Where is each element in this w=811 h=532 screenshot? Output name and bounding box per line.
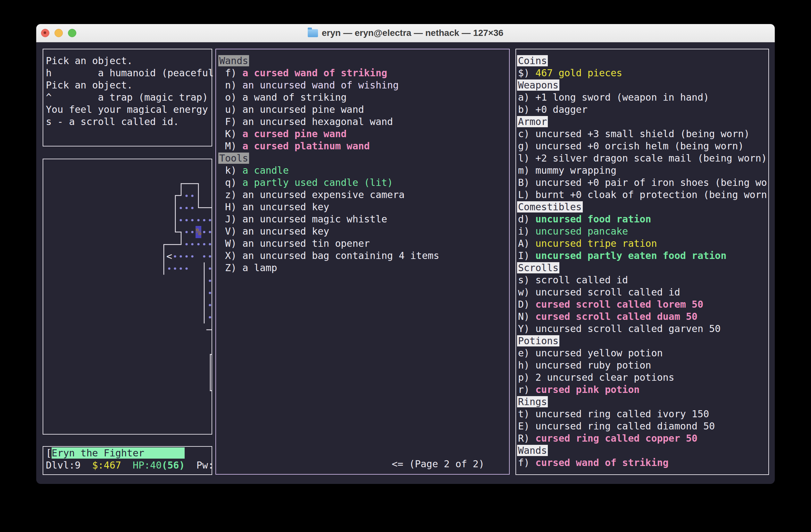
item-key: D) <box>518 299 535 310</box>
item-label: a cursed platinum wand <box>242 140 370 152</box>
floor-dot <box>174 255 176 257</box>
inventory-item[interactable]: m) mummy wrapping <box>518 165 768 176</box>
section-title: Scrolls <box>517 262 560 273</box>
item-key: N) <box>518 311 535 322</box>
item-label: cursed ring called copper 50 <box>535 433 698 444</box>
inventory-item[interactable]: L) burnt +0 cloak of protection (being w… <box>518 189 768 201</box>
menu-item[interactable]: q) a partly used candle (lit) <box>219 176 509 189</box>
stairs-up-glyph[interactable]: < <box>166 251 172 262</box>
gold-amount: $:467 <box>92 459 121 471</box>
dungeon-map[interactable]: %< <box>43 159 212 434</box>
item-label: 467 gold pieces <box>535 67 622 79</box>
menu-item[interactable]: J) an uncursed magic whistle <box>219 213 509 225</box>
floor-dot <box>203 243 205 245</box>
menu-item[interactable]: f) a cursed wand of striking <box>219 67 509 79</box>
titlebar[interactable]: eryn — eryn@electra — nethack — 127×36 <box>36 24 775 42</box>
inventory-item[interactable]: d) uncursed food ration <box>518 213 768 225</box>
floor-dot <box>168 267 170 269</box>
floor-dot <box>180 255 182 257</box>
item-label: a cursed pine wand <box>242 128 347 139</box>
minimize-button[interactable] <box>55 29 63 37</box>
inventory-item[interactable]: h) uncursed ruby potion <box>518 359 768 372</box>
inventory-item[interactable]: r) cursed pink potion <box>518 384 768 396</box>
window-title: eryn — eryn@electra — nethack — 127×36 <box>308 28 504 38</box>
section-title: Rings <box>517 396 548 407</box>
floor-dot <box>209 280 211 282</box>
inventory-item[interactable]: I) uncursed partly eaten food ration <box>518 250 768 262</box>
message-line: You feel your magical energy <box>46 104 212 116</box>
inventory-item[interactable]: $) 467 gold pieces <box>518 67 768 79</box>
menu-item[interactable]: k) a candle <box>219 165 509 176</box>
item-key: h) <box>518 360 535 371</box>
menu-item[interactable]: o) a wand of striking <box>219 91 509 104</box>
inventory-item[interactable]: Y) uncursed scroll called garven 50 <box>518 323 768 335</box>
menu-item[interactable]: u) an uncursed pine wand <box>219 104 509 116</box>
floor-dot <box>191 231 193 233</box>
menu-item[interactable]: F) an uncursed hexagonal wand <box>219 116 509 128</box>
inventory-item[interactable]: R) cursed ring called copper 50 <box>518 432 768 444</box>
inventory-panel: Coins $) 467 gold pieces Weapons a) +1 l… <box>516 49 769 475</box>
item-pile-glyph[interactable]: % <box>196 226 201 237</box>
zoom-button[interactable] <box>68 29 76 37</box>
inventory-item[interactable]: t) uncursed ring called ivory 150 <box>518 408 768 420</box>
menu-item[interactable]: K) a cursed pine wand <box>219 128 509 140</box>
hit-points-max: (56) <box>162 459 185 471</box>
menu-item[interactable]: W) an uncursed tin opener <box>219 237 509 250</box>
inventory-item[interactable]: g) uncursed +0 orcish helm (being worn) <box>518 140 768 152</box>
menu-item[interactable]: z) an uncursed expensive camera <box>219 189 509 201</box>
inventory-item[interactable]: b) +0 dagger <box>518 104 768 116</box>
item-key: F) <box>219 116 242 127</box>
inventory-item[interactable]: E) uncursed ring called diamond 50 <box>518 420 768 432</box>
item-key: f) <box>518 457 535 468</box>
inventory-item[interactable]: B) uncursed +0 pair of iron shoes (being… <box>518 176 768 189</box>
menu-item[interactable]: Z) a lamp <box>219 262 509 274</box>
item-key: s) <box>518 274 535 285</box>
inventory-item[interactable]: s) scroll called id <box>518 274 768 286</box>
item-label: +0 dagger <box>535 104 587 115</box>
floor-dot <box>185 255 187 257</box>
inventory-item[interactable]: a) +1 long sword (weapon in hand) <box>518 91 768 104</box>
close-button[interactable] <box>41 29 49 37</box>
floor-dot <box>209 316 211 318</box>
item-key: a) <box>518 92 535 103</box>
inventory-item[interactable]: p) 2 uncursed clear potions <box>518 372 768 384</box>
item-label: an uncursed pine wand <box>242 104 364 115</box>
menu-section-header: Tools <box>219 152 509 165</box>
item-label: cursed scroll called lorem 50 <box>535 299 703 310</box>
item-label: uncursed yellow potion <box>535 347 662 359</box>
inventory-item[interactable]: N) cursed scroll called duam 50 <box>518 311 768 323</box>
inventory-item[interactable]: D) cursed scroll called lorem 50 <box>518 298 768 311</box>
status-panel: [Eryn the Fighter Dlvl:9 $:467 HP:40(56)… <box>43 446 212 475</box>
menu-item[interactable]: X) an uncursed bag containing 4 items <box>219 250 509 262</box>
character-name: Eryn the Fighter <box>51 448 185 459</box>
item-key: M) <box>219 140 242 152</box>
menu-item[interactable]: H) an uncursed key <box>219 201 509 213</box>
section-title: Coins <box>517 55 548 66</box>
terminal-window: eryn — eryn@electra — nethack — 127×36 P… <box>36 24 775 484</box>
inventory-item[interactable]: A) uncursed tripe ration <box>518 237 768 250</box>
section-title: Wands <box>218 55 249 66</box>
inventory-item[interactable]: e) uncursed yellow potion <box>518 347 768 359</box>
item-key: L) <box>518 189 535 200</box>
status-stats-line: Dlvl:9 $:467 HP:40(56) Pw: <box>46 459 212 471</box>
menu-item[interactable]: M) a cursed platinum wand <box>219 140 509 152</box>
inventory-item[interactable]: i) uncursed pancake <box>518 225 768 237</box>
item-label: an uncursed tin opener <box>242 238 370 249</box>
floor-dot <box>191 219 193 221</box>
item-label: a cursed wand of striking <box>242 67 387 79</box>
floor-dot <box>185 243 187 245</box>
inventory-item[interactable]: w) uncursed scroll called id <box>518 286 768 298</box>
item-key: $) <box>518 67 535 79</box>
item-key: q) <box>219 177 242 188</box>
map-panel: %< <box>43 159 212 435</box>
inventory-item[interactable]: c) uncursed +3 small shield (being worn) <box>518 128 768 140</box>
menu-item[interactable]: V) an uncursed key <box>219 225 509 237</box>
inventory-item[interactable]: f) cursed wand of striking <box>518 457 768 469</box>
item-key: g) <box>518 140 535 152</box>
inventory-item[interactable]: l) +2 silver dragon scale mail (being wo… <box>518 152 768 165</box>
item-label: an uncursed wand of wishing <box>242 79 399 91</box>
item-label: uncursed ring called diamond 50 <box>535 421 715 432</box>
page-indicator[interactable]: <= (Page 2 of 2) <box>392 458 484 470</box>
menu-item[interactable]: n) an uncursed wand of wishing <box>219 79 509 91</box>
floor-dot <box>209 219 211 221</box>
